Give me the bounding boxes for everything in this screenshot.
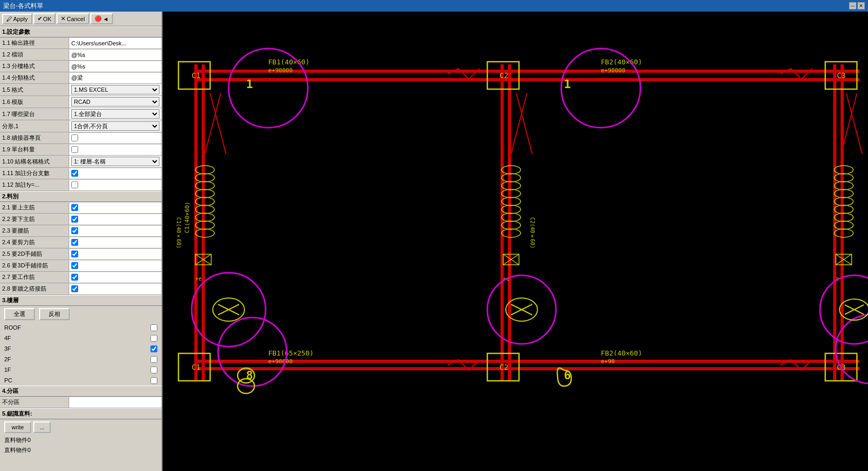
check-floor-4f[interactable] — [150, 335, 157, 342]
svg-rect-1 — [194, 70, 860, 73]
title-buttons: ─ ✕ — [849, 2, 865, 9]
select-format[interactable]: 1.MS EXCEL — [71, 85, 159, 94]
select-template[interactable]: RCAD — [71, 97, 159, 107]
label-2d: 2.5 要2D手鋪筋 — [0, 249, 69, 259]
svg-text:e+90000: e+90000 — [268, 67, 293, 74]
check-wall-lap[interactable] — [71, 285, 78, 292]
value-shear[interactable] — [69, 237, 162, 248]
value-merge[interactable]: 1合併,不分頁 — [69, 120, 162, 132]
value-top-main[interactable] — [69, 203, 162, 213]
form-row-note-support: 1.11 加註分台支數 — [0, 168, 162, 179]
svg-rect-2 — [194, 78, 860, 81]
value-floor-format[interactable] — [69, 61, 162, 72]
value-struct-name[interactable]: 1: 樓層-名稱 — [69, 156, 162, 167]
value-beam[interactable]: 1.全部梁台 — [69, 108, 162, 120]
check-note-fy[interactable] — [71, 181, 78, 188]
cancel-button[interactable]: ✕ Cancel — [56, 13, 89, 24]
check-single[interactable] — [71, 146, 78, 153]
check-floor-2f[interactable] — [150, 356, 157, 363]
input-floor-format[interactable] — [71, 63, 159, 70]
value-cat-format[interactable] — [69, 73, 162, 83]
value-note-support[interactable] — [69, 168, 162, 179]
label-format: 1.5 格式 — [0, 85, 69, 95]
label-note-fy: 1.12 加註fy=... — [0, 180, 69, 190]
floor-row-2f: 2F — [0, 354, 162, 364]
value-connector[interactable] — [69, 133, 162, 143]
check-shear[interactable] — [71, 239, 78, 246]
write-button[interactable]: write — [4, 421, 31, 433]
svg-rect-3 — [194, 360, 860, 363]
check-note-support[interactable] — [71, 170, 78, 177]
check-connector[interactable] — [71, 134, 78, 141]
value-template[interactable]: RCAD — [69, 96, 162, 108]
section-4-header[interactable]: 4.分區 — [0, 386, 162, 397]
floor-row-roof: ROOF — [0, 322, 162, 333]
form-row-note-fy: 1.12 加註fy=... — [0, 179, 162, 191]
min-button[interactable]: ─ — [849, 2, 856, 9]
apply-button[interactable]: 🖊 Apply — [2, 14, 32, 24]
input-output-path[interactable] — [71, 40, 159, 46]
svg-text:C3: C3 — [837, 71, 846, 80]
svg-text:C1(40×60): C1(40×60) — [176, 217, 182, 248]
input-cat-format[interactable] — [71, 75, 159, 81]
close-button[interactable]: ✕ — [857, 2, 865, 9]
title-bar: 梁台-各式料單 ─ ✕ — [0, 0, 868, 12]
label-floor-1f: 1F — [4, 367, 150, 373]
label-cat-format: 1.4 分類格式 — [0, 73, 69, 83]
svg-rect-4 — [194, 367, 860, 370]
check-floor-1f[interactable] — [150, 367, 157, 373]
label-no-zone: 不分區 — [0, 397, 69, 407]
value-note-fy[interactable] — [69, 180, 162, 190]
svg-text:C1: C1 — [192, 363, 201, 371]
section-3-header[interactable]: 3.樓層 — [0, 295, 162, 306]
section-5-header[interactable]: 5.鋸識直料: — [0, 408, 162, 419]
label-output-path: 1.1 輸出路徑 — [0, 38, 69, 48]
label-work: 2.7 要工作筋 — [0, 272, 69, 282]
ok-button[interactable]: ✔ OK — [33, 13, 56, 24]
check-floor-pc[interactable] — [150, 377, 157, 384]
check-floor-3f[interactable] — [150, 345, 157, 352]
svg-text:e+90: e+90 — [601, 358, 615, 365]
value-output-path[interactable] — [69, 38, 162, 49]
value-waist[interactable] — [69, 226, 162, 236]
check-top-main[interactable] — [71, 204, 78, 211]
check-2d[interactable] — [71, 251, 78, 257]
value-format[interactable]: 1.MS EXCEL — [69, 84, 162, 95]
value-wall-lap[interactable] — [69, 284, 162, 294]
input-file-header[interactable] — [71, 52, 159, 58]
section-1-header[interactable]: 1.設定參數 — [0, 26, 162, 37]
dots-button[interactable]: ... — [33, 421, 51, 433]
write-row: write ... — [0, 419, 162, 435]
check-work[interactable] — [71, 274, 78, 281]
value-file-header[interactable] — [69, 50, 162, 60]
form-row-connector: 1.8 續接器專頁 — [0, 132, 162, 144]
svg-text:1: 1 — [564, 78, 571, 91]
section-2-header[interactable]: 2.料別 — [0, 191, 162, 202]
svg-text:1: 1 — [246, 78, 253, 91]
value-2d[interactable] — [69, 249, 162, 259]
invert-button[interactable]: 反相 — [39, 308, 70, 320]
form-row-waist: 2.3 要腰筋 — [0, 225, 162, 237]
toolbar: 🖊 Apply ✔ OK ✕ Cancel 🔴 ◄ — [0, 12, 162, 26]
check-bot-main[interactable] — [71, 216, 78, 223]
label-connector: 1.8 續接器專頁 — [0, 133, 69, 143]
value-3d[interactable] — [69, 261, 162, 271]
check-3d[interactable] — [71, 262, 78, 269]
svg-text:FB1(40×60): FB1(40×60) — [268, 58, 309, 66]
svg-text:+e: +e — [195, 276, 202, 282]
select-beam[interactable]: 1.全部梁台 — [71, 109, 159, 119]
form-row-shear: 2.4 要剪力筋 — [0, 237, 162, 248]
check-waist[interactable] — [71, 227, 78, 234]
form-row-file-header: 1.2 檔頭 — [0, 49, 162, 61]
label-floor-roof: ROOF — [4, 324, 150, 331]
select-merge[interactable]: 1合併,不分頁 — [71, 121, 159, 131]
select-struct-name[interactable]: 1: 樓層-名稱 — [71, 157, 159, 166]
check-floor-roof[interactable] — [150, 324, 157, 331]
select-all-button[interactable]: 全選 — [4, 308, 35, 320]
value-bot-main[interactable] — [69, 214, 162, 225]
form-row-no-zone: 不分區 — [0, 397, 162, 408]
back-button[interactable]: 🔴 ◄ — [90, 13, 113, 24]
main-layout: 🖊 Apply ✔ OK ✕ Cancel 🔴 ◄ 1.設定參數 1.1 輸出路… — [0, 12, 868, 471]
value-work[interactable] — [69, 272, 162, 283]
value-single[interactable] — [69, 145, 162, 155]
